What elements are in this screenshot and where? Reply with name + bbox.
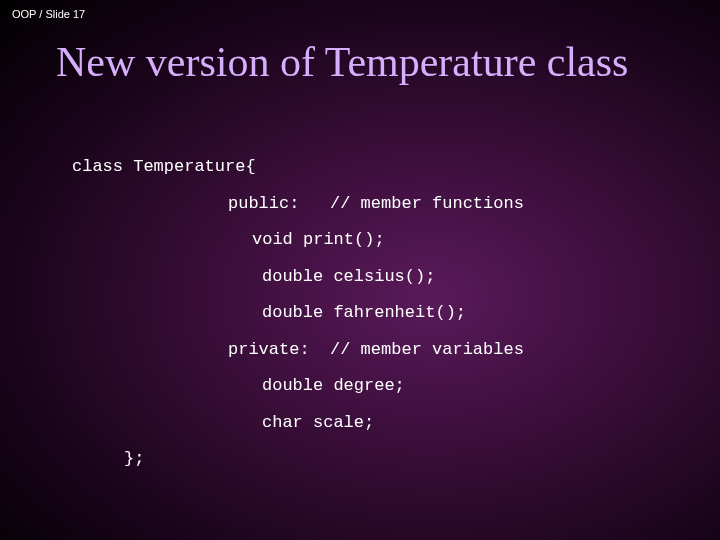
code-line: double celsius();: [72, 264, 720, 290]
code-line: void print();: [72, 227, 720, 253]
code-line: double fahrenheit();: [72, 300, 720, 326]
slide-header: OOP / Slide 17: [0, 0, 720, 28]
code-line: private: // member variables: [72, 337, 720, 363]
code-line: public: // member functions: [72, 191, 720, 217]
slide-title: New version of Temperature class: [0, 28, 720, 86]
code-line: double degree;: [72, 373, 720, 399]
code-line: };: [72, 446, 720, 472]
code-block: class Temperature{ public: // member fun…: [0, 154, 720, 472]
code-line: char scale;: [72, 410, 720, 436]
code-line: class Temperature{: [72, 154, 720, 180]
